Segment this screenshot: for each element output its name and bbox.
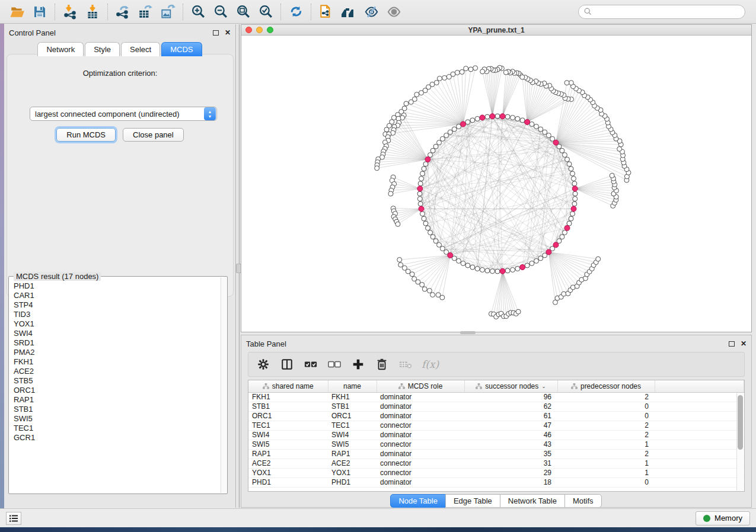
mcds-list-scrollbar[interactable] [221,277,227,493]
mcds-result-item[interactable]: STB5 [14,376,216,386]
mcds-result-item[interactable]: SWI4 [14,329,216,338]
mcds-node[interactable] [490,114,495,119]
close-panel-button[interactable]: Close panel [123,128,184,142]
zoom-fit-icon[interactable] [232,2,254,21]
table-row[interactable]: RAP1RAP1dominator352 [248,449,744,459]
tab-motifs[interactable]: Motifs [564,494,602,508]
mcds-result-item[interactable]: RAP1 [14,395,216,405]
mcds-node[interactable] [425,157,430,162]
mcds-result-item[interactable]: TID3 [14,310,216,319]
mcds-node[interactable] [448,252,453,258]
float-panel-icon[interactable] [213,30,219,36]
create-column-icon[interactable] [350,357,366,372]
mcds-result-list[interactable]: PHD1CAR1STP4TID3YOX1SWI4SRD1PMA2FKH1ACE2… [10,279,220,492]
tab-style[interactable]: Style [85,42,120,56]
search-network-icon[interactable] [337,2,360,21]
table-row[interactable]: YOX1YOX1connector291 [248,468,744,477]
mcds-node[interactable] [461,121,466,127]
mcds-node[interactable] [417,186,423,191]
search-input[interactable] [592,8,740,16]
table-row[interactable]: TEC1TEC1connector472 [248,421,744,430]
network-window-titlebar[interactable]: YPA_prune.txt_1 [241,25,751,36]
mcds-node[interactable] [546,249,551,255]
mcds-result-item[interactable]: TEC1 [14,424,216,433]
column-header-name[interactable]: name [328,380,377,392]
import-table-icon[interactable] [81,2,104,21]
select-all-rows-icon[interactable] [303,357,318,372]
show-annotations-icon[interactable] [382,2,405,21]
mcds-result-item[interactable]: SWI5 [14,414,216,424]
task-history-button[interactable] [6,512,21,525]
memory-status-button[interactable]: Memory [696,511,750,525]
optimization-criterion-select[interactable]: largest connected component (undirected)… [30,107,217,121]
refresh-icon[interactable] [285,2,307,21]
mcds-node[interactable] [480,115,485,120]
export-table-icon[interactable] [134,2,157,21]
mcds-node[interactable] [500,268,505,274]
zoom-selected-icon[interactable] [254,2,277,21]
export-network-icon[interactable] [111,2,134,21]
close-table-panel-icon[interactable]: ✕ [741,340,747,347]
mcds-result-item[interactable]: PMA2 [14,348,216,357]
mcds-result-item[interactable]: ORC1 [14,386,216,395]
table-scrollbar-thumb[interactable] [738,395,743,450]
desktop-wallpaper-left [0,24,4,528]
mcds-node[interactable] [564,225,570,230]
zoom-in-icon[interactable] [187,2,209,21]
open-file-icon[interactable] [6,2,28,21]
table-row[interactable]: SWI5SWI5connector431 [248,440,744,449]
mcds-result-item[interactable]: FKH1 [14,357,216,367]
zoom-out-icon[interactable] [209,2,232,21]
network-search-field[interactable] [578,5,745,19]
column-header-successor-nodes[interactable]: successor nodes⌄ [464,380,557,392]
tab-edge-table[interactable]: Edge Table [445,494,500,508]
export-image-icon[interactable] [157,2,179,21]
mcds-result-item[interactable]: YOX1 [14,319,216,329]
column-header-shared-name[interactable]: shared name [248,380,328,392]
mcds-result-item[interactable]: PHD1 [14,281,216,291]
table-row[interactable]: ACE2ACE2connector311 [248,459,744,468]
mcds-node[interactable] [419,206,424,211]
mcds-result-item[interactable]: CAR1 [14,291,216,300]
mcds-node[interactable] [500,114,505,119]
column-header-predecessor-nodes[interactable]: predecessor nodes [557,380,655,392]
mcds-node[interactable] [553,140,559,145]
close-panel-icon[interactable]: ✕ [225,29,231,36]
mcds-result-item[interactable]: ACE2 [14,367,216,376]
table-row[interactable]: FKH1FKH1dominator962 [248,392,744,402]
network-graph-canvas[interactable] [241,36,751,332]
table-row[interactable]: SWI4SWI4dominator462 [248,430,744,440]
table-panel-title: Table Panel [246,339,729,348]
tab-select[interactable]: Select [121,42,160,56]
table-settings-gear-icon[interactable] [256,357,271,372]
hide-annotations-icon[interactable] [360,2,382,21]
table-row[interactable]: STB1STB1dominator620 [248,402,744,411]
import-network-icon[interactable] [59,2,81,21]
mcds-result-item[interactable]: SRD1 [14,338,216,348]
horizontal-splitter-grip[interactable] [460,331,476,334]
table-scrollbar[interactable] [736,393,744,491]
deselect-all-rows-icon[interactable] [327,357,342,372]
column-header-MCDS-role[interactable]: MCDS role [377,380,464,392]
mcds-result-item[interactable]: STP4 [14,300,216,310]
mcds-result-item[interactable]: STB1 [14,405,216,414]
mcds-node[interactable] [525,119,530,124]
mcds-node[interactable] [520,265,525,270]
table-row[interactable]: ORC1ORC1dominator610 [248,411,744,421]
save-session-icon[interactable] [28,2,51,21]
mcds-node[interactable] [572,186,578,191]
delete-column-icon[interactable] [374,357,390,372]
tab-network[interactable]: Network [37,42,84,56]
run-mcds-button[interactable]: Run MCDS [56,128,116,142]
show-columns-icon[interactable] [279,357,295,372]
table-row[interactable]: PHD1PHD1dominator180 [248,477,744,487]
vertical-splitter[interactable] [238,24,240,508]
tab-network-table[interactable]: Network Table [500,494,565,508]
float-table-panel-icon[interactable] [729,341,735,347]
share-network-icon[interactable] [315,2,337,21]
mcds-node[interactable] [553,242,559,248]
mcds-node[interactable] [571,206,576,211]
mcds-result-item[interactable]: GCR1 [14,433,216,443]
tab-mcds[interactable]: MCDS [161,42,202,56]
tab-node-table[interactable]: Node Table [390,494,446,508]
